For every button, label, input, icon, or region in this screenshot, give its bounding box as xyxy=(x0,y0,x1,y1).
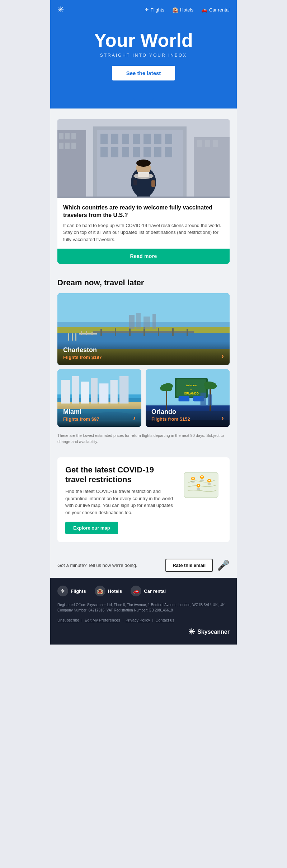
svg-rect-72 xyxy=(99,384,108,404)
orlando-name: Orlando xyxy=(151,408,190,416)
dream-section-title: Dream now, travel later xyxy=(57,278,230,287)
svg-rect-5 xyxy=(59,143,63,149)
explore-map-button[interactable]: Explore our map xyxy=(65,522,118,534)
destination-card-charleston[interactable]: Charleston Flights from $197 › xyxy=(57,293,230,365)
footer-nav-car[interactable]: 🚗 Car rental xyxy=(131,586,166,596)
hero-cta-button[interactable]: See the latest xyxy=(112,66,175,80)
svg-rect-73 xyxy=(110,380,118,403)
svg-point-100 xyxy=(201,476,203,477)
svg-rect-7 xyxy=(71,143,76,149)
rate-prompt: Got a minute? Tell us how we're doing. xyxy=(57,563,137,568)
svg-rect-54 xyxy=(86,331,87,335)
svg-rect-11 xyxy=(213,140,218,147)
hero-section: Your World STRAIGHT INTO YOUR INBOX See … xyxy=(50,19,237,98)
svg-rect-14 xyxy=(100,134,108,144)
svg-rect-2 xyxy=(59,133,63,139)
nav-flights-label: Flights xyxy=(151,7,164,13)
skyscanner-brand: Skyscanner xyxy=(197,629,230,635)
svg-rect-37 xyxy=(57,197,230,198)
destination-card-miami[interactable]: Miami Flights from $97 › xyxy=(57,369,141,427)
footer-flights-label: Flights xyxy=(71,588,86,594)
svg-rect-24 xyxy=(133,147,140,157)
flights-icon: ✈ xyxy=(145,7,149,13)
svg-rect-61 xyxy=(144,317,150,329)
hero-chevron xyxy=(50,98,237,108)
svg-rect-57 xyxy=(72,333,73,341)
nav-hotels[interactable]: 🏨 Hotels xyxy=(172,7,193,13)
footer-hotels-icon: 🏨 xyxy=(95,586,105,596)
rate-section: Got a minute? Tell us how we're doing. R… xyxy=(50,553,237,578)
nav-flights[interactable]: ✈ Flights xyxy=(145,7,164,13)
article-card: Which countries are ready to welcome ful… xyxy=(57,119,230,264)
footer-link-privacy[interactable]: Privacy Policy xyxy=(126,618,150,622)
svg-rect-89 xyxy=(179,396,190,401)
car-icon: 🚗 xyxy=(201,7,207,13)
destination-card-orlando[interactable]: Welcome to ORLANDO xyxy=(146,369,230,427)
svg-point-34 xyxy=(133,173,154,179)
svg-point-103 xyxy=(197,488,200,490)
dream-section: Dream now, travel later xyxy=(50,278,237,457)
footer-nav: ✈ Flights 🏨 Hotels 🚗 Car rental xyxy=(57,586,230,596)
svg-rect-68 xyxy=(61,380,70,403)
svg-rect-16 xyxy=(122,134,129,144)
svg-rect-50 xyxy=(172,328,174,336)
covid-card: Get the latest COVID-19 travel restricti… xyxy=(57,457,230,542)
svg-rect-22 xyxy=(111,147,118,157)
nav-items: ✈ Flights 🏨 Hotels 🚗 Car rental xyxy=(145,7,230,13)
miami-arrow-icon: › xyxy=(133,414,136,422)
rate-right: Rate this email 🎤 xyxy=(165,559,230,572)
footer-nav-hotels[interactable]: 🏨 Hotels xyxy=(95,586,122,596)
covid-map-visual xyxy=(182,465,222,503)
svg-rect-36 xyxy=(133,180,137,185)
svg-point-104 xyxy=(198,485,199,486)
svg-rect-10 xyxy=(205,140,210,147)
hero-title: Your World xyxy=(57,30,230,51)
logo: ✳ xyxy=(57,5,64,14)
svg-rect-21 xyxy=(100,147,108,157)
svg-rect-17 xyxy=(133,134,140,144)
svg-rect-45 xyxy=(100,329,102,336)
article-title: Which countries are ready to welcome ful… xyxy=(63,204,224,219)
charleston-name: Charleston xyxy=(63,346,102,354)
microphone-icon: 🎤 xyxy=(217,559,230,571)
svg-rect-46 xyxy=(115,328,116,336)
article-description: It can be hard to keep up with COVID-19 … xyxy=(63,222,224,243)
svg-point-98 xyxy=(192,477,194,479)
footer: ✈ Flights 🏨 Hotels 🚗 Car rental Register… xyxy=(50,578,237,645)
footer-link-unsubscribe[interactable]: Unsubscribe xyxy=(57,618,79,622)
svg-rect-3 xyxy=(65,133,70,139)
svg-rect-53 xyxy=(81,331,82,335)
footer-link-preferences[interactable]: Edit My Preferences xyxy=(85,618,120,622)
svg-rect-51 xyxy=(187,329,188,336)
svg-rect-27 xyxy=(165,147,172,157)
svg-point-99 xyxy=(200,480,204,481)
svg-rect-18 xyxy=(144,134,151,144)
svg-rect-69 xyxy=(72,376,79,403)
svg-text:ORLANDO: ORLANDO xyxy=(184,392,199,395)
charleston-price: Flights from $197 xyxy=(63,355,102,360)
footer-nav-flights[interactable]: ✈ Flights xyxy=(57,586,86,596)
covid-text: Get the latest COVID-19 travel restricti… xyxy=(65,465,177,534)
article-body: Which countries are ready to welcome ful… xyxy=(57,198,230,249)
orlando-card-info: Orlando Flights from $152 › xyxy=(146,403,230,427)
svg-rect-70 xyxy=(81,382,89,403)
nav-car-label: Car rental xyxy=(209,7,230,13)
footer-link-contact[interactable]: Contact us xyxy=(155,618,174,622)
skyscanner-logo: ✳ Skyscanner xyxy=(188,627,230,637)
read-more-button[interactable]: Read more xyxy=(57,249,230,264)
svg-rect-9 xyxy=(197,140,202,147)
header-nav: ✳ ✈ Flights 🏨 Hotels 🚗 Car rental xyxy=(50,0,237,19)
svg-rect-58 xyxy=(75,333,76,341)
svg-rect-25 xyxy=(144,147,151,157)
miami-name: Miami xyxy=(63,408,99,416)
svg-rect-1 xyxy=(57,130,86,198)
rate-email-button[interactable]: Rate this email xyxy=(165,559,213,572)
svg-rect-15 xyxy=(111,134,118,144)
destination-grid: Miami Flights from $97 › Welcome t xyxy=(57,369,230,427)
footer-car-icon: 🚗 xyxy=(131,586,141,596)
footer-hotels-label: Hotels xyxy=(108,588,122,594)
svg-rect-55 xyxy=(91,332,93,335)
svg-text:Welcome: Welcome xyxy=(186,384,197,387)
svg-rect-19 xyxy=(154,134,161,144)
nav-car-rental[interactable]: 🚗 Car rental xyxy=(201,7,230,13)
